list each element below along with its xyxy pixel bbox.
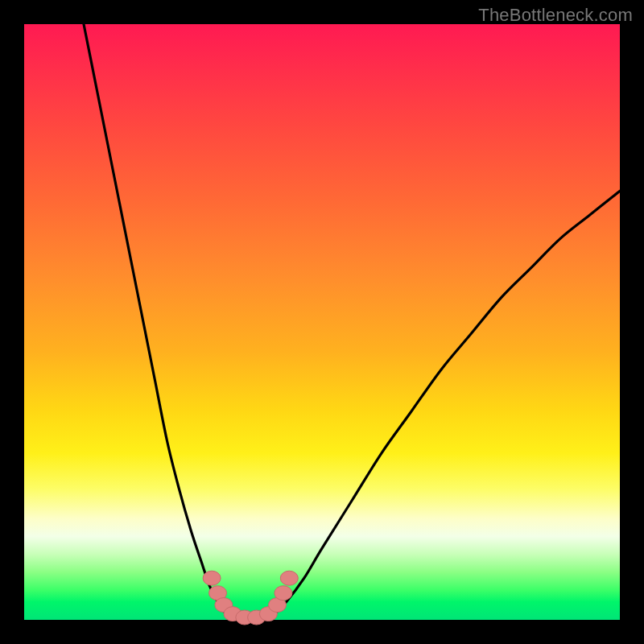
valley-marker bbox=[280, 571, 298, 585]
plot-area bbox=[24, 24, 620, 620]
curve-svg bbox=[24, 24, 620, 620]
bottleneck-curve bbox=[84, 24, 620, 621]
valley-marker-group bbox=[203, 571, 298, 625]
valley-marker bbox=[203, 571, 221, 585]
watermark-text: TheBottleneck.com bbox=[478, 5, 633, 26]
chart-frame: TheBottleneck.com bbox=[0, 0, 644, 644]
valley-marker bbox=[275, 586, 292, 601]
